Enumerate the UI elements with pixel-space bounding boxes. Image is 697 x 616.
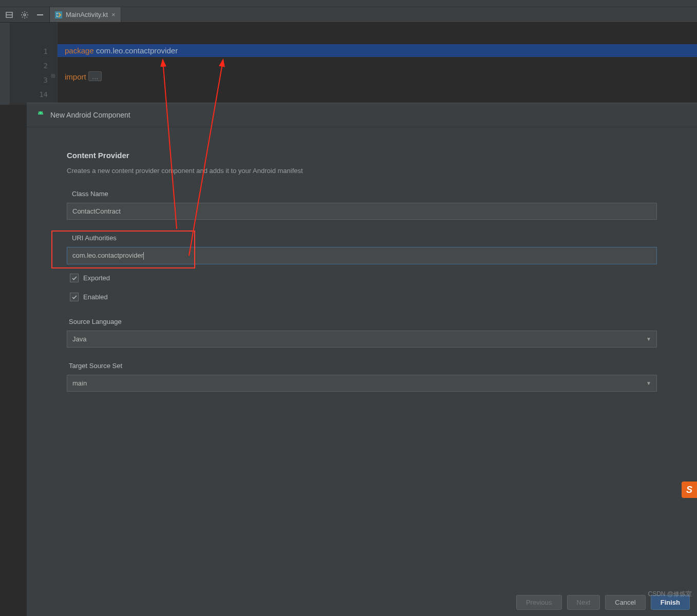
dialog-header: New Android Component [27,103,697,127]
code-editor: 1 2 3 14 package com.leo.contactprovider… [0,23,697,105]
code-area[interactable]: package com.leo.contactprovider ⊞import … [58,23,697,105]
svg-point-2 [24,14,26,16]
line-number: 3 [10,73,57,87]
cancel-button[interactable]: Cancel [605,595,645,610]
left-gutter-stub [0,23,10,105]
checkbox-checked-icon[interactable] [70,293,79,301]
line-number: 14 [10,87,57,102]
checkbox-checked-icon[interactable] [70,274,79,282]
section-description: Creates a new content provider component… [67,167,657,175]
svg-point-6 [42,113,43,114]
editor-tabs: MainActivity.kt × [50,7,121,22]
source-language-label: Source Language [67,318,657,325]
new-component-dialog: New Android Component Content Provider C… [27,103,697,616]
code-line-import: ⊞import ... [58,70,697,84]
svg-point-5 [39,113,40,114]
chevron-down-icon: ▼ [646,380,651,386]
sidebar-toggle-icon[interactable] [5,11,13,19]
section-title: Content Provider [67,151,657,160]
next-button[interactable]: Next [567,595,600,610]
tab-label: MainActivity.kt [66,11,108,18]
main-toolbar: MainActivity.kt × [0,7,697,23]
fold-handle-icon[interactable]: ⊞ [51,73,55,79]
dialog-body: Content Provider Creates a new content p… [27,127,697,416]
close-icon[interactable]: × [111,11,116,18]
enabled-label: Enabled [83,293,108,301]
enabled-checkbox-row[interactable]: Enabled [67,293,657,301]
top-strip [0,0,697,7]
side-badge: S [682,482,697,498]
svg-line-7 [39,111,39,112]
minimize-icon[interactable] [36,11,44,19]
class-name-label: Class Name [67,190,657,198]
code-line-package: package com.leo.contactprovider [58,44,697,57]
source-language-select[interactable]: Java ▼ [67,331,657,348]
kotlin-file-icon [55,11,62,18]
gear-icon[interactable] [21,11,29,19]
class-name-input[interactable]: ContactContract [67,203,657,220]
uri-authorities-label: URI Authorities [67,234,657,242]
target-source-set-select[interactable]: main ▼ [67,375,657,392]
fold-indicator[interactable]: ... [88,71,102,81]
watermark-text: CSDN @修炼室 [648,590,692,599]
previous-button[interactable]: Previous [516,595,562,610]
field-target-source-set: Target Source Set main ▼ [67,362,657,392]
uri-authorities-input[interactable]: com.leo.contactprovider [67,247,657,264]
svg-line-8 [42,111,43,112]
android-icon [36,110,45,120]
target-source-set-label: Target Source Set [67,362,657,370]
exported-checkbox-row[interactable]: Exported [67,274,657,282]
line-number: 1 [10,44,57,59]
chevron-down-icon: ▼ [646,336,651,342]
field-uri-authorities: URI Authorities com.leo.contactprovider [67,234,657,264]
line-number: 2 [10,59,57,73]
field-source-language: Source Language Java ▼ [67,318,657,348]
field-class-name: Class Name ContactContract [67,190,657,220]
line-number-gutter: 1 2 3 14 [10,23,58,105]
svg-rect-3 [37,14,43,15]
dialog-title: New Android Component [50,111,130,119]
code-line-empty [58,57,697,70]
tab-main-activity[interactable]: MainActivity.kt × [50,7,121,22]
exported-label: Exported [83,274,110,282]
